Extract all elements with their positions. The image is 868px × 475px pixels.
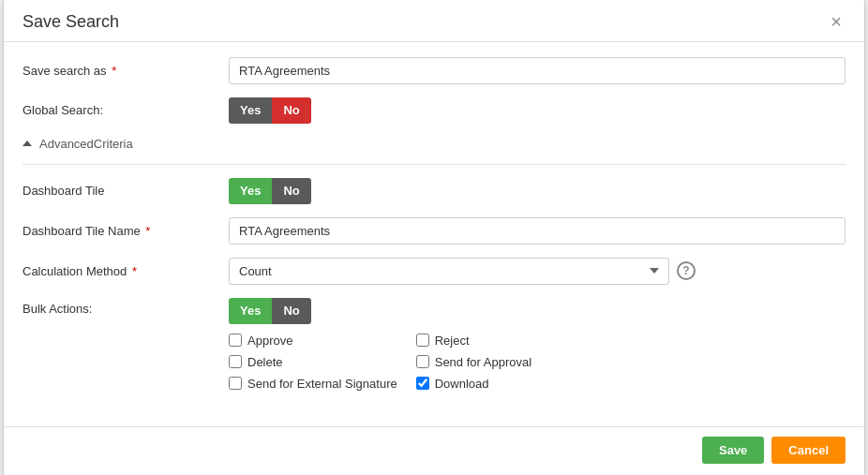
save-button[interactable]: Save [702, 437, 764, 464]
advanced-criteria-row[interactable]: AdvancedCriteria [22, 137, 846, 151]
global-search-label: Global Search: [22, 103, 229, 117]
modal-header: Save Search × [4, 0, 864, 42]
reject-checkbox[interactable] [416, 334, 429, 347]
save-search-modal: Save Search × Save search as * Global Se… [3, 0, 865, 475]
dashboard-tile-no-option[interactable]: No [272, 178, 310, 204]
save-search-as-input[interactable] [229, 57, 846, 84]
dashboard-tile-name-wrap [229, 217, 846, 245]
save-search-as-wrap [229, 57, 846, 84]
list-item: Send for External Signature [229, 377, 397, 391]
dashboard-tile-name-input[interactable] [229, 217, 846, 245]
advanced-criteria-label: AdvancedCriteria [39, 137, 133, 151]
reject-label: Reject [435, 334, 470, 348]
list-item: Download [416, 377, 585, 391]
global-search-yes-option[interactable]: Yes [229, 97, 272, 124]
bulk-actions-yes-option[interactable]: Yes [229, 298, 272, 324]
save-search-as-row: Save search as * [22, 57, 846, 84]
chevron-up-icon [22, 141, 32, 146]
cancel-button[interactable]: Cancel [771, 437, 846, 464]
global-search-switch[interactable]: Yes No [229, 97, 311, 124]
download-label: Download [435, 377, 489, 391]
divider [22, 164, 846, 165]
close-button[interactable]: × [827, 12, 846, 31]
bulk-actions-checkboxes: Approve Reject Delete Send for Approval [229, 334, 584, 391]
global-search-row: Global Search: Yes No [22, 97, 846, 124]
list-item: Delete [229, 355, 397, 369]
dashboard-tile-toggle[interactable]: Yes No [229, 178, 311, 204]
delete-label: Delete [247, 355, 283, 369]
dashboard-tile-switch[interactable]: Yes No [229, 178, 311, 204]
calculation-method-wrap: Count Sum Average ? [229, 258, 696, 285]
modal-body: Save search as * Global Search: Yes No A… [4, 42, 864, 419]
external-signature-checkbox[interactable] [229, 377, 242, 390]
dashboard-tile-label: Dashboard Tile [22, 184, 229, 198]
download-checkbox[interactable] [416, 377, 429, 390]
bulk-actions-label: Bulk Actions: [22, 298, 229, 316]
list-item: Approve [229, 334, 397, 348]
modal-title: Save Search [22, 12, 119, 32]
global-search-toggle[interactable]: Yes No [229, 97, 311, 124]
dashboard-tile-name-row: Dashboard Tile Name * [22, 217, 846, 245]
dashboard-tile-row: Dashboard Tile Yes No [22, 178, 846, 204]
dashboard-tile-name-label: Dashboard Tile Name * [22, 224, 229, 238]
help-icon[interactable]: ? [677, 261, 696, 280]
dashboard-tile-yes-option[interactable]: Yes [229, 178, 272, 204]
global-search-no-option[interactable]: No [272, 97, 310, 124]
external-signature-label: Send for External Signature [247, 377, 397, 391]
save-search-as-label: Save search as * [22, 64, 229, 78]
delete-checkbox[interactable] [229, 355, 242, 368]
calculation-method-row: Calculation Method * Count Sum Average ? [22, 258, 846, 285]
send-approval-label: Send for Approval [435, 355, 531, 369]
approve-label: Approve [247, 334, 292, 348]
bulk-actions-toggle[interactable]: Yes No [229, 298, 584, 324]
bulk-actions-row: Bulk Actions: Yes No Approve Reject [22, 298, 846, 391]
approve-checkbox[interactable] [229, 334, 242, 347]
send-approval-checkbox[interactable] [416, 355, 429, 368]
bulk-actions-switch[interactable]: Yes No [229, 298, 311, 324]
bulk-actions-content: Yes No Approve Reject Delete [229, 298, 584, 391]
list-item: Send for Approval [416, 355, 585, 369]
bulk-actions-no-option[interactable]: No [272, 298, 310, 324]
calculation-method-label: Calculation Method * [22, 264, 229, 278]
list-item: Reject [416, 334, 585, 348]
modal-footer: Save Cancel [4, 426, 864, 476]
calculation-method-select[interactable]: Count Sum Average [229, 258, 669, 285]
